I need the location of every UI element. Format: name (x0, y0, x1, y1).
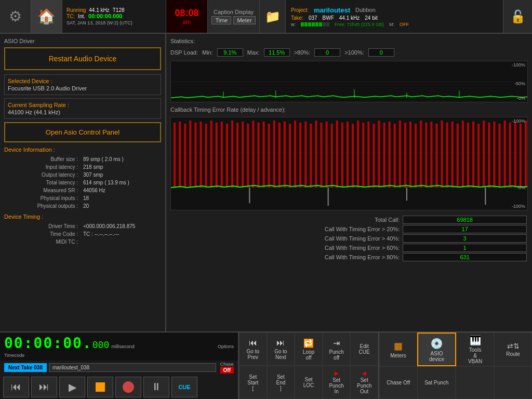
storage-block-7 (323, 22, 326, 26)
min-value: 9.1% (217, 48, 243, 57)
go-to-prev-button[interactable]: ⏮ Go toPrev (239, 332, 267, 366)
set-end-button[interactable]: SetEnd] (267, 366, 295, 399)
table-row: Call With Timing Error > 40%: 3 (171, 234, 527, 243)
svg-rect-33 (289, 124, 291, 188)
table-row: Total Call: 69818 (171, 216, 527, 224)
transport-top-buttons: ⏮ Go toPrev ⏭ Go toNext 🔁 Loopoff ⇥ Punc… (239, 332, 378, 366)
svg-rect-50 (378, 121, 380, 188)
device-timing-table: Driver Time : +000.000.006.218.875 Time … (4, 222, 161, 246)
set-loc-label: SetLOC (303, 377, 314, 388)
home-section[interactable]: 🏠 (31, 0, 62, 33)
clock-section: 08:08 am (166, 0, 208, 33)
tc-date: SAT, JAN 13, 2018 (W:2) (UTC) (66, 20, 162, 25)
go-to-next-button[interactable]: ⏭ Go toNext (267, 332, 295, 366)
svg-rect-24 (242, 122, 244, 188)
output-latency-value: 307 smp (83, 171, 160, 178)
project-name: mariloutest (314, 6, 350, 14)
loop-off-button[interactable]: 🔁 Loopoff (295, 332, 323, 366)
chart-label-100: -100% (512, 62, 525, 68)
rewind-button[interactable]: ⏮ (3, 377, 29, 397)
folder-icon-section[interactable]: 📁 (260, 0, 286, 33)
table-row: Input latency : 218 smp (5, 164, 160, 170)
asio-driver-title: ASIO Driver (4, 38, 161, 44)
pause-button[interactable]: ⏸ (143, 377, 169, 397)
table-row: Call With Timing Error > 20%: 17 (171, 225, 527, 233)
asio-device-button[interactable]: 💿 ASIOdevice (417, 332, 456, 366)
svg-rect-61 (435, 124, 437, 188)
dsp-load-label: DSP Load: (170, 49, 198, 56)
tc-label: TC: (66, 14, 75, 19)
caption-section: Caption Display Time Meter (208, 0, 260, 33)
svg-rect-18 (210, 121, 212, 188)
set-punch-in-button[interactable]: ▶ SetPunchIn (323, 366, 351, 399)
svg-rect-27 (257, 123, 259, 188)
chase-off-button[interactable]: Chase Off (379, 366, 418, 399)
w-label: w: (291, 22, 296, 27)
open-asio-control-panel-button[interactable]: Open Asio Control Panel (4, 122, 161, 142)
bit-label: 24 bit (365, 15, 377, 21)
max-value: 11.5% (264, 48, 290, 57)
asio-icon: 💿 (430, 337, 443, 350)
loop-off-label: Loopoff (303, 349, 314, 361)
physical-inputs-label: Physical inputs : (5, 195, 82, 202)
punch-off-button[interactable]: ⇥ Punchoff (323, 332, 351, 366)
svg-rect-21 (226, 124, 228, 188)
top-bar: ⚙ 🏠 Running 44.1 kHz T128 TC: Int. 00:00… (0, 0, 532, 34)
caption-time-btn[interactable]: Time (211, 16, 231, 24)
restart-audio-device-button[interactable]: Restart Audio Device (4, 47, 161, 70)
route-button[interactable]: ⇄⇅ Route (494, 332, 532, 366)
meters-button[interactable]: ▦ Meters (379, 332, 417, 366)
rate-label: 44.1 kHz (339, 15, 360, 21)
punch-off-label: Punchoff (329, 349, 343, 361)
svg-rect-56 (409, 122, 411, 188)
take-label: Take: (291, 15, 303, 21)
gt100-value: 0 (368, 48, 394, 57)
set-punch-out-button[interactable]: ◀ SetPunchOut (350, 366, 378, 399)
callback-label-0: -0% (517, 185, 525, 190)
time-code-value: TC : --.--.--.--.--- (83, 231, 160, 237)
svg-rect-36 (304, 122, 307, 188)
table-row: Measured SR : 44056 Hz (5, 187, 160, 194)
route-icon: ⇄⇅ (507, 342, 520, 350)
table-row: Call With Timing Error > 60%: 1 (171, 244, 527, 252)
table-row: Call With Timing Error > 80%: 631 (171, 253, 527, 261)
storage-free: Free: 72h45 (225.9 GB) (335, 22, 384, 27)
svg-rect-44 (347, 122, 349, 188)
gear-section[interactable]: ⚙ (0, 0, 31, 33)
sat-punch-button[interactable]: Sat Punch (418, 366, 456, 399)
svg-rect-42 (336, 121, 338, 188)
selected-device-section: Selected Device : Focusrite USB 2.0 Audi… (4, 74, 161, 95)
svg-rect-43 (341, 123, 343, 188)
right-bottom-buttons: Chase Off Sat Punch (379, 366, 532, 399)
set-loc-button[interactable]: SetLOC (295, 366, 323, 399)
storage-block-8 (326, 22, 329, 26)
edit-cue-button[interactable]: EditCUE (350, 332, 378, 366)
empty-btn-2[interactable] (494, 366, 533, 399)
total-call-value: 69818 (403, 216, 527, 224)
stop-button[interactable] (87, 377, 113, 397)
main-content: ASIO Driver Restart Audio Device Selecte… (0, 34, 532, 331)
sampling-rate-label: Current Sampling Rate : (8, 102, 157, 108)
set-start-button[interactable]: SetStart[ (239, 366, 267, 399)
storage-block-3 (308, 22, 311, 26)
record-button[interactable] (115, 377, 141, 397)
empty-btn-1[interactable] (456, 366, 494, 399)
tools-icon: 🎹 (470, 335, 481, 346)
lock-section[interactable]: 🔓 (503, 0, 532, 33)
play-button[interactable]: ▶ (59, 377, 85, 397)
cue-button[interactable]: CUE (171, 377, 197, 397)
fast-forward-button[interactable]: ⏭ (31, 377, 57, 397)
next-take-button[interactable]: Next Take 038 (4, 363, 47, 372)
buffer-size-label: Buffer size : (5, 156, 82, 163)
svg-rect-58 (420, 121, 422, 188)
storage-block-2 (304, 22, 308, 26)
set-punch-in-icon: ▶ (335, 370, 339, 376)
svg-rect-54 (399, 121, 401, 188)
tools-vban-button[interactable]: 🎹 Tools&VBAN (456, 332, 494, 366)
take-num: 037 (309, 15, 317, 21)
caption-meter-btn[interactable]: Meter (233, 16, 255, 24)
timecode-label: Timecode (4, 353, 218, 358)
m-value: OFF (400, 22, 409, 27)
svg-rect-57 (415, 124, 417, 188)
stats-table: Total Call: 69818 Call With Timing Error… (170, 215, 528, 262)
